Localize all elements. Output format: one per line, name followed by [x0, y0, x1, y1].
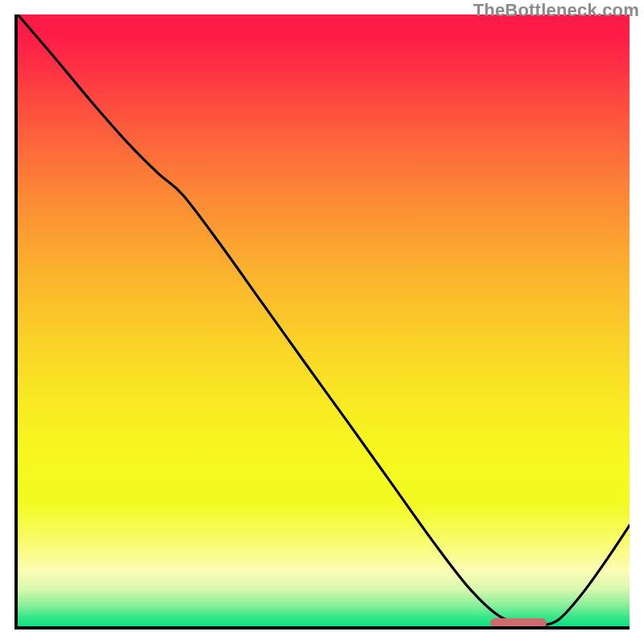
bottleneck-curve [18, 14, 630, 625]
watermark-text: TheBottleneck.com [473, 0, 639, 21]
curve-layer [18, 14, 630, 626]
chart-frame: TheBottleneck.com [0, 0, 644, 644]
optimal-range-marker [490, 618, 547, 628]
plot-area [14, 14, 630, 630]
